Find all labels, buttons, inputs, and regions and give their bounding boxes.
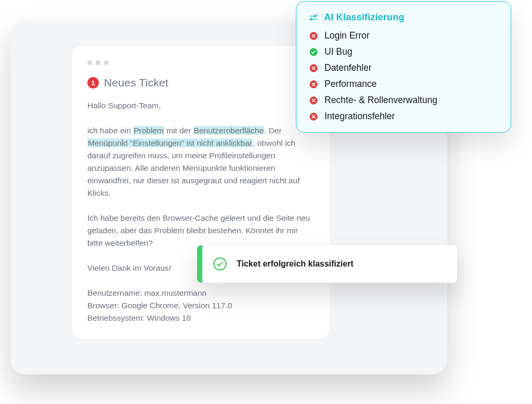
- window-dot: [104, 60, 109, 65]
- sparkle-sliders-icon: [309, 13, 318, 22]
- text: mit der: [164, 126, 193, 135]
- ticket-number-badge: 1: [87, 77, 99, 89]
- classification-label: Performance: [325, 79, 377, 90]
- ticket-title: Neues Ticket: [104, 77, 168, 89]
- ticket-meta: Browser: Google Chrome, Version 117.0: [87, 299, 314, 312]
- classification-item[interactable]: Rechte- & Rollenverwaltung: [309, 95, 498, 106]
- classification-label: Login Error: [325, 30, 370, 41]
- window-dot: [96, 60, 100, 65]
- text: ich habe ein: [87, 126, 133, 135]
- check-circle-icon: [309, 47, 318, 57]
- ticket-meta: Betriebssystem: Windows 10: [87, 312, 314, 324]
- classification-label: Integrationsfehler: [325, 111, 395, 122]
- classification-item[interactable]: Integrationsfehler: [309, 111, 498, 122]
- text: . Der: [264, 126, 282, 135]
- classification-title: AI Klassifizierung: [324, 12, 405, 23]
- toast-message: Ticket erfolgreich klassifiziert: [237, 259, 354, 269]
- classification-item[interactable]: Login Error: [309, 30, 498, 41]
- svg-point-3: [310, 18, 312, 20]
- ticket-header: 1 Neues Ticket: [87, 77, 314, 89]
- svg-point-2: [315, 15, 316, 17]
- classification-label: Datenfehler: [325, 62, 371, 73]
- highlight: Menüpunkt "Einstellungen" ist nicht ankl…: [87, 138, 253, 147]
- ticket-greeting: Hallo Support-Team,: [87, 99, 314, 112]
- toast-accent-bar: [197, 245, 202, 283]
- x-circle-icon: [309, 80, 318, 89]
- check-circle-icon: [213, 257, 227, 271]
- window-controls: [87, 60, 314, 65]
- ticket-body: Hallo Support-Team, ich habe ein Problem…: [87, 99, 314, 324]
- success-toast: Ticket erfolgreich klassifiziert: [197, 245, 457, 283]
- x-circle-icon: [309, 31, 318, 41]
- classification-header: AI Klassifizierung: [309, 12, 498, 23]
- highlight: Benutzeroberfläche: [193, 126, 264, 135]
- window-dot: [87, 60, 92, 65]
- ticket-paragraph: Ich habe bereits den Browser-Cache gelee…: [87, 212, 314, 249]
- classification-item[interactable]: UI Bug: [309, 46, 498, 57]
- classification-item[interactable]: Datenfehler: [309, 62, 498, 73]
- classification-item[interactable]: Performance: [309, 79, 498, 90]
- ticket-paragraph: ich habe ein Problem mit der Benutzerobe…: [87, 124, 314, 199]
- x-circle-icon: [309, 96, 318, 105]
- x-circle-icon: [309, 64, 318, 73]
- classification-label: Rechte- & Rollenverwaltung: [325, 95, 437, 106]
- classification-label: UI Bug: [325, 46, 353, 57]
- x-circle-icon: [309, 112, 318, 121]
- classification-panel: AI Klassifizierung Login ErrorUI BugDate…: [296, 1, 511, 133]
- ticket-meta: Benutzername: max.mustermann: [87, 287, 314, 299]
- ticket-card: 1 Neues Ticket Hallo Support-Team, ich h…: [72, 46, 329, 339]
- classification-list: Login ErrorUI BugDatenfehlerPerformanceR…: [309, 30, 498, 122]
- highlight: Problem: [133, 126, 164, 135]
